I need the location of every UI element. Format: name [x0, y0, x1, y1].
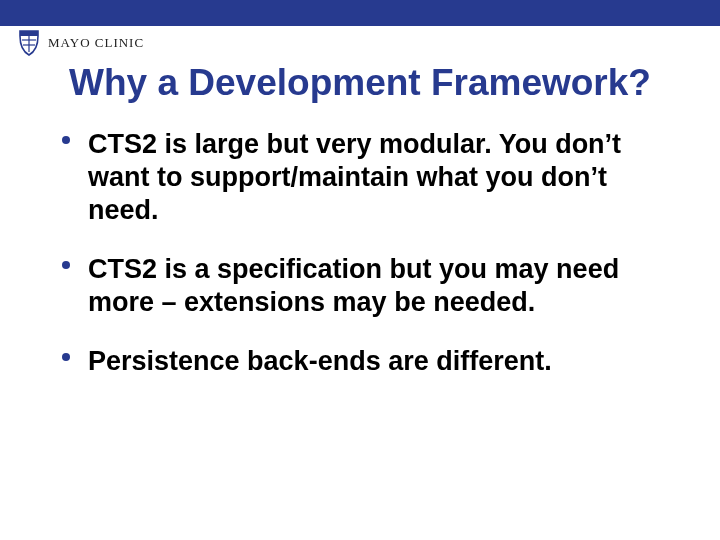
slide: MAYO CLINIC Why a Development Framework?… — [0, 0, 720, 540]
bullet-list: CTS2 is large but very modular. You don’… — [62, 128, 668, 404]
list-item: CTS2 is large but very modular. You don’… — [62, 128, 668, 227]
bullet-icon — [62, 261, 70, 269]
bullet-icon — [62, 353, 70, 361]
brand-logo: MAYO CLINIC — [18, 30, 144, 56]
header-bar — [0, 0, 720, 26]
bullet-text: CTS2 is a specification but you may need… — [88, 254, 619, 317]
list-item: CTS2 is a specification but you may need… — [62, 253, 668, 319]
shield-icon — [18, 30, 40, 56]
bullet-text: Persistence back-ends are different. — [88, 346, 552, 376]
brand-name: MAYO CLINIC — [48, 35, 144, 51]
slide-title: Why a Development Framework? — [0, 62, 720, 104]
bullet-icon — [62, 136, 70, 144]
list-item: Persistence back-ends are different. — [62, 345, 668, 378]
bullet-text: CTS2 is large but very modular. You don’… — [88, 129, 621, 225]
